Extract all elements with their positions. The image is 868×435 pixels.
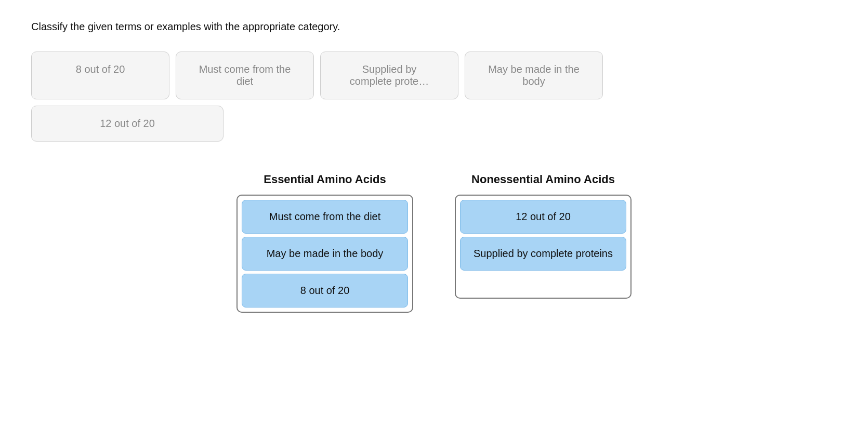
source-card-item-supplied[interactable]: Supplied by complete prote… bbox=[320, 52, 458, 99]
source-card-item-must-diet[interactable]: Must come from the diet bbox=[176, 52, 314, 99]
category-box-essential[interactable]: Must come from the dietMay be made in th… bbox=[236, 195, 413, 313]
category-item-ess-2[interactable]: May be made in the body bbox=[242, 237, 408, 271]
category-item-ess-1[interactable]: Must come from the diet bbox=[242, 200, 408, 234]
source-card-item-12out20[interactable]: 12 out of 20 bbox=[31, 106, 223, 142]
categories-section: Essential Amino AcidsMust come from the … bbox=[31, 173, 837, 313]
source-card-item-may-body[interactable]: May be made in the body bbox=[465, 52, 603, 99]
category-column-nonessential: Nonessential Amino Acids12 out of 20Supp… bbox=[455, 173, 632, 313]
category-box-nonessential[interactable]: 12 out of 20Supplied by complete protein… bbox=[455, 195, 632, 299]
category-item-ess-3[interactable]: 8 out of 20 bbox=[242, 274, 408, 308]
category-item-non-1[interactable]: 12 out of 20 bbox=[460, 200, 626, 234]
category-title-essential: Essential Amino Acids bbox=[264, 173, 386, 186]
category-column-essential: Essential Amino AcidsMust come from the … bbox=[236, 173, 413, 313]
instruction-text: Classify the given terms or examples wit… bbox=[31, 21, 837, 33]
source-items-container: 8 out of 20Must come from the dietSuppli… bbox=[31, 52, 603, 142]
category-item-non-2[interactable]: Supplied by complete proteins bbox=[460, 237, 626, 271]
category-title-nonessential: Nonessential Amino Acids bbox=[471, 173, 615, 186]
source-card-item-8out20[interactable]: 8 out of 20 bbox=[31, 52, 169, 99]
